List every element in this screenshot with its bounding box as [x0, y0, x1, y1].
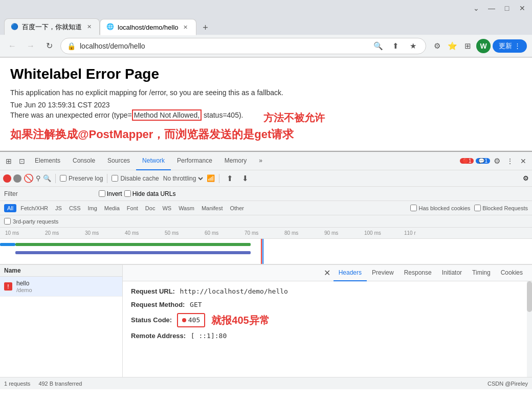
tick-90ms: 90 ms [324, 230, 338, 236]
request-name: hello /demo [16, 280, 32, 293]
preserve-log-input[interactable] [60, 175, 66, 182]
tab-sources[interactable]: Sources [101, 152, 136, 170]
detail-tabs: ✕ Headers Preview Response Initiator Tim… [123, 265, 532, 281]
error-highlight: Method Not Allowed, [132, 109, 202, 121]
chevron-down-icon[interactable]: ⌄ [471, 3, 482, 14]
type-btn-wasm[interactable]: Wasm [175, 204, 197, 212]
blocked-cookies-checkbox[interactable]: Has blocked cookies [410, 205, 470, 211]
filter-icon[interactable]: ⚲ [36, 174, 41, 182]
type-btn-other[interactable]: Other [227, 204, 247, 212]
throttle-select[interactable]: No throttling [161, 174, 205, 183]
annotation-postmapper: 如果注解换成@PostMapper，而浏览器发送的是get请求 [10, 127, 522, 142]
tab-performance[interactable]: Performance [171, 152, 218, 170]
search-icon[interactable]: 🔍 [43, 174, 51, 182]
detail-tab-timing[interactable]: Timing [467, 265, 496, 281]
tab-favicon-baidu: 🔵 [11, 23, 19, 31]
type-bar-right: Has blocked cookies Blocked Requests [410, 205, 528, 211]
timeline-red-line [261, 239, 262, 264]
detail-tab-cookies[interactable]: Cookies [496, 265, 528, 281]
tab-localhost[interactable]: 🌐 localhost/demo/hello ✕ [100, 19, 196, 35]
scrollbar-thumb[interactable] [527, 281, 532, 312]
type-btn-fetchxhr[interactable]: Fetch/XHR [17, 204, 51, 212]
preserve-log-checkbox[interactable]: Preserve log [60, 175, 103, 182]
type-btn-manifest[interactable]: Manifest [198, 204, 226, 212]
nt-settings-icon[interactable]: ⚙ [523, 174, 529, 182]
type-btn-img[interactable]: Img [85, 204, 100, 212]
tab-baidu[interactable]: 🔵 百度一下，你就知道 ✕ [4, 18, 100, 35]
disable-cache-input[interactable] [112, 175, 118, 182]
bottom-bar: 1 requests 492 B transferred CSDN @Pirel… [0, 377, 532, 389]
type-btn-all[interactable]: All [4, 204, 16, 212]
devtools-inspect-icon[interactable]: ⊞ [2, 154, 15, 168]
third-party-checkbox[interactable]: 3rd-party requests [4, 218, 58, 225]
invert-checkbox[interactable]: Invert [99, 190, 122, 197]
scrollbar[interactable] [527, 281, 532, 377]
type-btn-font[interactable]: Font [124, 204, 141, 212]
bookmark-icon: ★ [406, 39, 419, 53]
timestamp: Tue Jun 20 13:59:31 CST 2023 [10, 101, 522, 109]
tabs-bar: 🔵 百度一下，你就知道 ✕ 🌐 localhost/demo/hello ✕ + [0, 16, 532, 35]
new-tab-button[interactable]: + [198, 20, 213, 35]
page-title: Whitelabel Error Page [10, 66, 522, 82]
detail-tab-response[interactable]: Response [399, 265, 437, 281]
request-error-icon: ! [4, 282, 12, 291]
close-window-button[interactable]: ✕ [517, 3, 528, 14]
back-button[interactable]: ← [5, 39, 19, 53]
tab-favicon-localhost: 🌐 [106, 23, 115, 31]
tick-110ms: 110 r [404, 230, 416, 236]
detail-close-button[interactable]: ✕ [321, 267, 334, 279]
tab-network[interactable]: Network [136, 152, 171, 170]
tab-more[interactable]: » [253, 152, 269, 170]
detail-tab-initiator[interactable]: Initiator [437, 265, 467, 281]
type-btn-js[interactable]: JS [52, 204, 65, 212]
hide-data-urls-checkbox[interactable]: Hide data URLs [124, 190, 176, 197]
tab-close-localhost[interactable]: ✕ [182, 23, 190, 31]
devtools-close-button[interactable]: ✕ [517, 154, 530, 168]
tab-elements[interactable]: Elements [29, 152, 66, 170]
blocked-requests-checkbox[interactable]: Blocked Requests [474, 205, 528, 211]
devtools-more-icon[interactable]: ⋮ [503, 154, 517, 168]
type-btn-css[interactable]: CSS [66, 204, 84, 212]
cast-icon[interactable]: ⊞ [461, 39, 474, 53]
devtools-toolbar: ⊞ ⊡ Elements Console Sources Network Per… [0, 152, 532, 170]
detail-content: Request URL: http://localhost/demo/hello… [123, 281, 532, 349]
update-button[interactable]: 更新 ⋮ [493, 39, 527, 53]
detail-tab-headers[interactable]: Headers [334, 265, 367, 281]
request-detail: ✕ Headers Preview Response Initiator Tim… [123, 265, 532, 377]
network-toolbar: 🚫 ⚲ 🔍 Preserve log Disable cache No thro… [0, 170, 532, 187]
timeline-green-bar [15, 243, 251, 246]
tick-40ms: 40 ms [125, 230, 139, 236]
maximize-button[interactable]: □ [501, 3, 513, 14]
record-button[interactable] [3, 174, 11, 183]
filter-input[interactable] [20, 190, 97, 197]
type-btn-ws[interactable]: WS [159, 204, 174, 212]
devtools-settings-icon[interactable]: ⚙ [490, 154, 503, 168]
devtools-device-icon[interactable]: ⊡ [15, 154, 29, 168]
tab-memory[interactable]: Memory [218, 152, 253, 170]
tab-label-localhost: localhost/demo/hello [118, 24, 179, 31]
tab-close-baidu[interactable]: ✕ [85, 23, 93, 31]
translate-icon[interactable]: ⚙ [430, 39, 444, 53]
annotation-method-not-allowed: 方法不被允许 [263, 111, 325, 125]
forward-button[interactable]: → [24, 39, 38, 53]
profile-button[interactable]: W [476, 39, 491, 53]
detail-remote-row: Remote Address: [ ::1]:80 [131, 331, 524, 341]
error-text-after: status=405). [202, 111, 243, 119]
third-party-bar: 3rd-party requests [0, 215, 532, 228]
separator2 [107, 174, 107, 183]
refresh-button[interactable]: ↻ [42, 39, 56, 53]
stop-button[interactable] [13, 174, 21, 183]
message-badge: 💬1 [476, 158, 490, 164]
minimize-button[interactable]: — [486, 3, 497, 14]
tab-console[interactable]: Console [66, 152, 101, 170]
clear-button[interactable]: 🚫 [24, 173, 34, 183]
extension-icon[interactable]: ⭐ [446, 39, 459, 53]
detail-method-row: Request Method: GET [131, 300, 524, 310]
detail-tab-preview[interactable]: Preview [367, 265, 399, 281]
disable-cache-checkbox[interactable]: Disable cache [112, 175, 159, 182]
type-btn-doc[interactable]: Doc [142, 204, 159, 212]
type-btn-media[interactable]: Media [101, 204, 123, 212]
url-bar[interactable]: 🔒 localhost/demo/hello 🔍 ⬆ ★ [60, 38, 426, 54]
request-item-hello[interactable]: ! hello /demo [0, 277, 122, 297]
address-actions: ⚙ ⭐ ⊞ W 更新 ⋮ [430, 39, 527, 53]
